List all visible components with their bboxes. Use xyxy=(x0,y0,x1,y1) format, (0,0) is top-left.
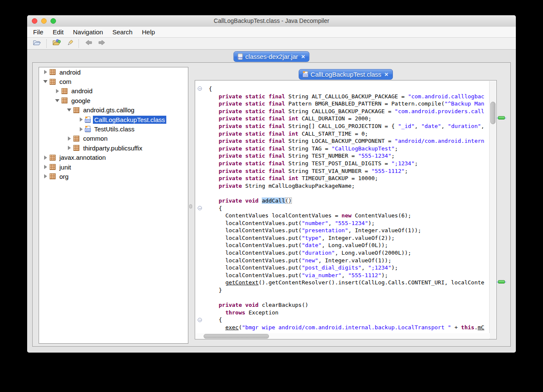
code-line: getContext().getContentResolver().insert… xyxy=(209,279,484,286)
fold-toggle-icon[interactable] xyxy=(198,206,202,210)
code-line: } xyxy=(209,286,484,294)
code-line: exec("bmgr wipe android/com.android.inte… xyxy=(209,324,484,331)
code-line xyxy=(209,294,484,302)
menu-help[interactable]: Help xyxy=(142,28,155,36)
menu-navigation[interactable]: Navigation xyxy=(73,28,103,36)
code-line: private static final String ALT_CALLLOG_… xyxy=(209,93,484,100)
code-line: private static final int CALL_START_TIME… xyxy=(209,130,484,138)
tab-label: classes-dex2jar.jar xyxy=(245,53,298,60)
splitter-handle[interactable] xyxy=(189,204,192,209)
titlebar[interactable]: CallLogBackupTest.class - Java Decompile… xyxy=(27,15,516,27)
chevron-expanded-icon[interactable] xyxy=(42,80,48,83)
tab-calllogbackuptest-class[interactable]: CallLogBackupTest.class ✕ xyxy=(299,69,393,80)
fold-toggle-icon[interactable] xyxy=(198,318,202,322)
toolbar-separator xyxy=(46,39,47,48)
menu-search[interactable]: Search xyxy=(112,28,133,36)
tree-item-thirdparty-publicsuffix[interactable]: thirdparty.publicsuffix xyxy=(39,143,188,153)
code-editor[interactable]: { private static final String ALT_CALLLO… xyxy=(195,80,497,339)
chevron-collapsed-icon[interactable] xyxy=(66,136,72,141)
jd-gui-window: CallLogBackupTest.class - Java Decompile… xyxy=(27,15,516,353)
horizontal-scrollbar[interactable] xyxy=(196,333,490,339)
code-line: private static final String LOCAL_BACKUP… xyxy=(209,137,484,145)
fold-toggle-icon[interactable] xyxy=(198,86,202,91)
code-text: { private static final String ALT_CALLLO… xyxy=(209,85,484,331)
chevron-collapsed-icon[interactable] xyxy=(78,127,84,131)
close-tab-icon[interactable]: ✕ xyxy=(301,54,305,60)
tree-item-label: org xyxy=(58,172,70,181)
package-icon xyxy=(73,107,79,113)
package-icon xyxy=(62,97,67,103)
open-type-button[interactable] xyxy=(52,39,61,48)
close-tab-icon[interactable]: ✕ xyxy=(384,72,389,78)
open-type-icon xyxy=(52,39,61,48)
code-line: ContentValues localContentValues = new C… xyxy=(209,212,484,220)
tree-item-calllogbackuptest-class[interactable]: CallLogBackupTest.class xyxy=(39,115,188,124)
tree-item-android-gts-calllog[interactable]: android.gts.calllog xyxy=(39,106,188,115)
code-line: private static final int TIMEOUT_BACKUP … xyxy=(209,175,484,182)
chevron-collapsed-icon[interactable] xyxy=(42,174,48,178)
forward-icon xyxy=(98,39,106,47)
chevron-collapsed-icon[interactable] xyxy=(66,146,72,150)
tree-item-label: android.gts.calllog xyxy=(82,106,136,114)
chevron-collapsed-icon[interactable] xyxy=(42,165,48,169)
window-title: CallLogBackupTest.class - Java Decompile… xyxy=(27,15,516,27)
menu-edit[interactable]: Edit xyxy=(53,28,64,36)
content-area: classes-dex2jar.jar ✕ androidcomandroidg… xyxy=(27,50,516,353)
package-icon xyxy=(50,69,56,75)
jar-content-panel: androidcomandroidgoogleandroid.gts.calll… xyxy=(32,62,511,347)
back-icon xyxy=(85,39,93,47)
tab-classes-dex2jar-jar[interactable]: classes-dex2jar.jar ✕ xyxy=(233,51,309,62)
package-icon xyxy=(50,164,56,170)
tree-item-common[interactable]: common xyxy=(39,134,188,143)
search-icon xyxy=(65,39,73,48)
search-result-marker[interactable] xyxy=(498,116,505,120)
code-line: private static final String TEST_POST_DI… xyxy=(209,160,484,167)
package-icon xyxy=(73,145,79,151)
search-button[interactable] xyxy=(64,39,74,48)
tree-item-com[interactable]: com xyxy=(39,77,188,86)
code-line: private static final int CALL_DURATION =… xyxy=(209,115,484,122)
code-line: localContentValues.put("post_dial_digits… xyxy=(209,264,484,272)
tree-item-label: TestUtils.class xyxy=(93,125,136,133)
chevron-collapsed-icon[interactable] xyxy=(54,89,60,93)
tree-item-testutils-class[interactable]: TestUtils.class xyxy=(39,124,188,133)
chevron-collapsed-icon[interactable] xyxy=(42,156,48,160)
toolbar-separator xyxy=(78,39,79,48)
tree-item-label: CallLogBackupTest.class xyxy=(93,116,166,124)
code-line: localContentValues.put("number", "555-12… xyxy=(209,220,484,227)
tree-item-google[interactable]: google xyxy=(39,96,188,105)
vertical-scrollbar-thumb[interactable] xyxy=(490,102,495,124)
tree-item-android[interactable]: android xyxy=(39,86,188,96)
back-button[interactable] xyxy=(84,39,93,48)
code-line: localContentValues.put("type", Integer.v… xyxy=(209,234,484,242)
chevron-expanded-icon[interactable] xyxy=(66,108,72,111)
open-file-button[interactable] xyxy=(32,39,42,48)
code-line: private String mCallLogBackupPackageName… xyxy=(209,182,484,190)
tree-item-org[interactable]: org xyxy=(39,172,188,181)
package-icon xyxy=(62,88,67,94)
code-line: private void clearBackups() xyxy=(209,301,484,309)
horizontal-scrollbar-thumb[interactable] xyxy=(204,334,269,339)
tree-item-label: junit xyxy=(58,163,73,171)
chevron-collapsed-icon[interactable] xyxy=(78,117,84,122)
code-line: localContentValues.put("new", Integer.va… xyxy=(209,257,484,264)
tree-item-label: android xyxy=(58,68,82,76)
class-file-icon xyxy=(85,126,90,132)
menu-file[interactable]: File xyxy=(33,28,43,36)
package-icon xyxy=(73,136,79,142)
chevron-expanded-icon[interactable] xyxy=(54,99,60,102)
menu-bar: FileEditNavigationSearchHelp xyxy=(27,27,516,38)
tree-item-junit[interactable]: junit xyxy=(39,162,188,172)
tab-label: CallLogBackupTest.class xyxy=(311,71,381,78)
chevron-collapsed-icon[interactable] xyxy=(42,70,48,74)
search-result-marker[interactable] xyxy=(498,280,505,284)
code-line: private static final String TEST_VIA_NUM… xyxy=(209,167,484,175)
code-line: localContentValues.put("duration", Long.… xyxy=(209,249,484,257)
tree-item-android[interactable]: android xyxy=(39,67,188,77)
jar-icon xyxy=(238,53,243,60)
tree-item-javax-annotation[interactable]: javax.annotation xyxy=(39,153,188,162)
code-line: localContentValues.put("date", Long.valu… xyxy=(209,242,484,249)
vertical-scrollbar[interactable] xyxy=(489,81,496,339)
code-line: localContentValues.put("presentation", I… xyxy=(209,227,484,234)
forward-button[interactable] xyxy=(97,39,106,48)
